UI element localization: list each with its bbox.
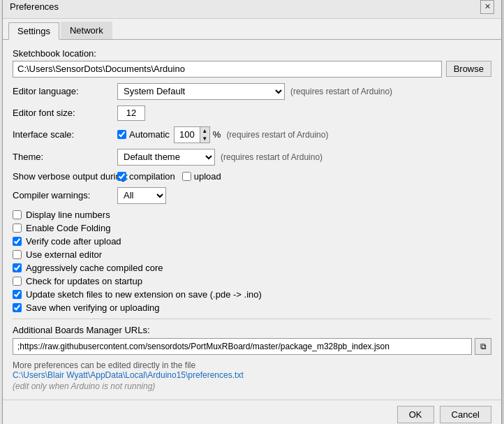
boards-manager-label: Additional Boards Manager URLs:	[13, 325, 491, 335]
more-prefs-text: More preferences can be edited directly …	[13, 360, 491, 370]
check-updates-checkbox[interactable]	[13, 277, 22, 286]
sketchbook-path-input[interactable]	[13, 61, 442, 78]
edit-only-note: (edit only when Arduino is not running)	[13, 381, 491, 391]
percent-label: %	[213, 129, 221, 140]
save-verifying-checkbox[interactable]	[13, 303, 22, 312]
ok-button[interactable]: OK	[397, 406, 434, 423]
editor-font-size-row: Editor font size:	[13, 105, 491, 121]
editor-language-row: Editor language: System Default (require…	[13, 83, 491, 100]
automatic-label: Automatic	[129, 129, 170, 140]
upload-checkbox[interactable]	[182, 172, 191, 181]
theme-row: Theme: Default theme (requires restart o…	[13, 149, 491, 166]
theme-label: Theme:	[13, 152, 117, 162]
tab-network[interactable]: Network	[61, 22, 112, 39]
spinner-buttons: ▲ ▼	[200, 127, 209, 142]
compiler-warnings-row: Compiler warnings: All	[13, 187, 491, 204]
tabs-bar: Settings Network	[3, 19, 501, 40]
scale-value-input[interactable]	[175, 127, 200, 142]
verbose-output-row: Show verbose output during: compilation …	[13, 171, 491, 182]
checkbox-check-updates: Check for updates on startup	[13, 276, 491, 286]
cache-compiled-checkbox[interactable]	[13, 263, 22, 272]
cache-compiled-label: Aggressively cache compiled core	[26, 263, 163, 273]
boards-input-row: ⧉	[13, 338, 491, 355]
sketchbook-input-row: Browse	[13, 61, 491, 78]
upload-label: upload	[194, 171, 221, 182]
editor-language-select[interactable]: System Default	[117, 83, 285, 100]
save-verifying-label: Save when verifying or uploading	[26, 302, 160, 313]
more-prefs-section: More preferences can be edited directly …	[13, 360, 491, 391]
theme-select[interactable]: Default theme	[117, 149, 215, 166]
verify-code-checkbox[interactable]	[13, 237, 22, 246]
check-updates-label: Check for updates on startup	[26, 276, 142, 286]
enable-code-folding-label: Enable Code Folding	[26, 223, 110, 233]
copy-boards-url-button[interactable]: ⧉	[475, 338, 491, 355]
interface-scale-row: Interface scale: Automatic ▲ ▼ % (requir…	[13, 126, 491, 143]
checkbox-update-extension: Update sketch files to new extension on …	[13, 289, 491, 300]
interface-scale-label: Interface scale:	[13, 129, 117, 140]
prefs-file-link[interactable]: C:\Users\Blair Wyatt\AppData\Local\Ardui…	[13, 370, 244, 380]
compilation-label: compilation	[129, 171, 175, 182]
enable-code-folding-checkbox[interactable]	[13, 224, 22, 233]
close-button[interactable]: ✕	[480, 0, 494, 14]
title-bar: Preferences ✕	[3, 0, 501, 19]
boards-manager-section: Additional Boards Manager URLs: ⧉	[13, 319, 491, 355]
dialog-title: Preferences	[10, 1, 59, 12]
checkbox-display-line-numbers: Display line numbers	[13, 210, 491, 220]
settings-content: Sketchbook location: Browse Editor langu…	[3, 40, 501, 400]
checkboxes-section: Display line numbers Enable Code Folding…	[13, 210, 491, 313]
preferences-dialog: Preferences ✕ Settings Network Sketchboo…	[2, 0, 502, 424]
cancel-button[interactable]: Cancel	[440, 406, 491, 423]
automatic-checkbox-label[interactable]: Automatic	[117, 129, 170, 140]
verbose-output-area: compilation upload	[117, 171, 221, 182]
checkbox-external-editor: Use external editor	[13, 249, 491, 260]
checkbox-verify-code: Verify code after upload	[13, 236, 491, 247]
compiler-warnings-label: Compiler warnings:	[13, 190, 117, 200]
editor-font-size-label: Editor font size:	[13, 108, 117, 118]
editor-font-size-input[interactable]	[117, 105, 145, 121]
checkbox-enable-code-folding: Enable Code Folding	[13, 223, 491, 233]
tab-settings[interactable]: Settings	[8, 22, 59, 40]
external-editor-label: Use external editor	[26, 249, 102, 260]
language-restart-note: (requires restart of Arduino)	[290, 87, 392, 96]
verbose-output-label: Show verbose output during:	[13, 171, 117, 182]
verify-code-label: Verify code after upload	[26, 236, 121, 247]
spinner-up-button[interactable]: ▲	[200, 127, 209, 135]
theme-restart-note: (requires restart of Arduino)	[221, 152, 323, 162]
browse-button[interactable]: Browse	[446, 61, 491, 77]
sketchbook-label: Sketchbook location:	[13, 48, 491, 59]
display-line-numbers-checkbox[interactable]	[13, 210, 22, 219]
display-line-numbers-label: Display line numbers	[26, 210, 110, 220]
compiler-warnings-select[interactable]: All	[117, 187, 166, 204]
checkbox-save-verifying: Save when verifying or uploading	[13, 302, 491, 313]
checkbox-cache-compiled: Aggressively cache compiled core	[13, 263, 491, 273]
compilation-checkbox-label[interactable]: compilation	[117, 171, 175, 182]
automatic-checkbox[interactable]	[117, 130, 126, 139]
scale-spinner: ▲ ▼	[174, 126, 210, 143]
external-editor-checkbox[interactable]	[13, 250, 22, 259]
scale-restart-note: (requires restart of Arduino)	[226, 130, 328, 140]
update-extension-label: Update sketch files to new extension on …	[26, 289, 262, 300]
sketchbook-row: Sketchbook location: Browse	[13, 48, 491, 78]
upload-checkbox-label[interactable]: upload	[182, 171, 221, 182]
boards-manager-input[interactable]	[13, 338, 472, 355]
editor-language-label: Editor language:	[13, 86, 117, 96]
dialog-footer: OK Cancel	[3, 400, 501, 425]
compilation-checkbox[interactable]	[117, 172, 126, 181]
update-extension-checkbox[interactable]	[13, 290, 22, 299]
spinner-down-button[interactable]: ▼	[200, 135, 209, 142]
